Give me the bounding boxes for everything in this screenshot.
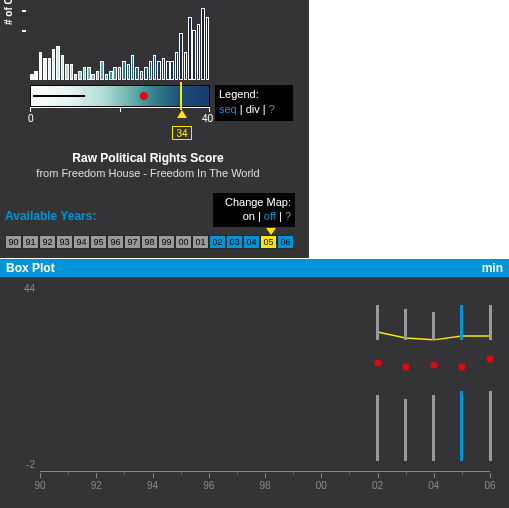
x-tick [96,473,97,478]
x-label: 02 [372,480,383,491]
upper-whisker [432,312,435,339]
year-button-05[interactable]: 05 [260,235,277,249]
gradient-range-line [33,95,85,97]
year-button-99[interactable]: 99 [158,235,175,249]
year-button-02[interactable]: 02 [209,235,226,249]
histogram-bar [43,58,47,80]
histogram-bar [170,61,174,80]
histogram-bar [192,30,196,80]
y-tick [22,10,26,12]
year-button-96[interactable]: 96 [107,235,124,249]
y-axis-label: # of Obs [3,0,14,25]
histogram-bar [87,67,91,80]
x-label: 98 [259,480,270,491]
y-tick [22,30,26,32]
x-tick [209,473,210,478]
year-button-01[interactable]: 01 [192,235,209,249]
histogram-bar [135,67,139,80]
upper-whisker [376,305,379,340]
change-map-box: Change Map: on | off | ? [213,193,295,227]
year-button-98[interactable]: 98 [141,235,158,249]
selected-value-marker[interactable] [180,82,182,110]
upper-whisker [489,305,492,340]
y-tick-top: 44 [24,283,35,294]
histogram-bar [206,17,210,80]
red-marker-dot [140,92,148,100]
year-button-93[interactable]: 93 [56,235,73,249]
year-button-94[interactable]: 94 [73,235,90,249]
histogram-bar [144,67,148,80]
histogram-bar [175,52,179,80]
x-label: 94 [147,480,158,491]
legend-box: Legend: seq | div | ? [215,85,293,121]
histogram-bar [74,74,78,80]
x-tick-minor [237,472,238,475]
histogram-bar [153,55,157,80]
histogram-bar [140,71,144,80]
change-map-header: Change Map: [217,195,291,209]
x-min-label: 0 [28,113,34,124]
year-button-91[interactable]: 91 [22,235,39,249]
available-years-label: Available Years: [5,209,96,223]
change-map-on-button[interactable]: on [243,210,255,222]
year-button-04[interactable]: 04 [243,235,260,249]
red-dot [487,356,494,363]
x-label: 00 [316,480,327,491]
x-tick-minor [181,472,182,475]
x-tick [209,107,210,112]
year-selector: 9091929394959697989900010203040506 [5,235,294,249]
box-plot-header: Box Plot min [0,259,509,277]
x-tick-minor [406,472,407,475]
histogram-bar [122,61,126,80]
histogram-bar [34,71,38,80]
change-map-help-button[interactable]: ? [285,210,291,222]
year-button-92[interactable]: 92 [39,235,56,249]
legend-seq-button[interactable]: seq [219,103,237,115]
histogram-bar [127,64,131,80]
histogram-bar [131,55,135,80]
year-button-00[interactable]: 00 [175,235,192,249]
x-label: 06 [484,480,495,491]
chart-subtitle: from Freedom House - Freedom In The Worl… [0,167,296,179]
year-button-97[interactable]: 97 [124,235,141,249]
legend-header: Legend: [219,87,289,102]
histogram-bar [184,52,188,80]
median-line [40,289,490,469]
year-button-06[interactable]: 06 [277,235,294,249]
x-tick [153,473,154,478]
x-tick-minor [462,472,463,475]
histogram-bar [65,64,69,80]
red-dot [402,364,409,371]
marker-arrow-icon [177,110,187,118]
year-button-95[interactable]: 95 [90,235,107,249]
upper-whisker [460,305,463,340]
marker-value-box: 34 [172,126,192,140]
y-tick-bottom: -2 [26,459,35,470]
x-tick [434,473,435,478]
histogram-bar [166,61,170,80]
histogram-bar [113,67,117,80]
histogram-bar [78,71,82,80]
change-map-off-button[interactable]: off [264,210,276,222]
box-plot-area [40,289,490,469]
x-axis [40,471,490,472]
x-label: 96 [203,480,214,491]
x-tick-minor [68,472,69,475]
legend-help-button[interactable]: ? [269,103,275,115]
red-dot [374,360,381,367]
histogram-bar [149,61,153,80]
lower-whisker [489,391,492,461]
x-label: 92 [91,480,102,491]
lower-whisker [460,391,463,461]
minimize-button[interactable]: min [482,259,503,277]
legend-div-button[interactable]: div [246,103,260,115]
x-tick-minor [349,472,350,475]
histogram-bar [52,49,56,80]
histogram [30,5,210,80]
box-plot-panel: Box Plot min 44 -2 909294969800020406 [0,259,509,508]
histogram-bar [109,71,113,80]
histogram-bar [61,55,65,80]
year-button-90[interactable]: 90 [5,235,22,249]
chart-title: Raw Political Rights Score [0,151,296,165]
year-button-03[interactable]: 03 [226,235,243,249]
